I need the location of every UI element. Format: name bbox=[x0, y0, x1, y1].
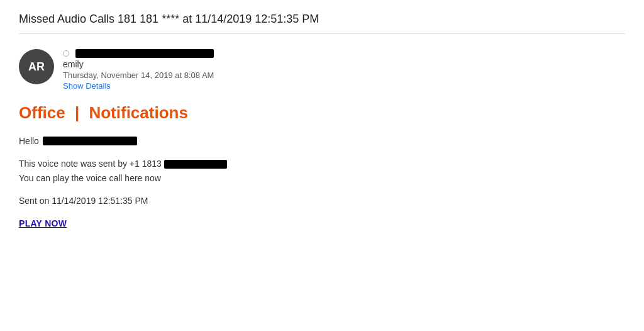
show-details-link[interactable]: Show Details bbox=[63, 81, 214, 91]
email-header: AR emily Thursday, November 14, 2019 at … bbox=[19, 43, 625, 91]
sender-status-dot bbox=[63, 50, 69, 57]
play-call-line: You can play the voice call here now bbox=[19, 171, 625, 185]
voice-note-section: This voice note was sent by +1 1813 You … bbox=[19, 157, 625, 185]
brand-header: Office | Notifications bbox=[19, 103, 625, 123]
avatar: AR bbox=[19, 49, 54, 84]
sender-row bbox=[63, 49, 214, 58]
voice-note-line: This voice note was sent by +1 1813 bbox=[19, 157, 625, 171]
hello-prefix: Hello bbox=[19, 134, 39, 148]
voice-note-prefix: This voice note was sent by +1 1813 bbox=[19, 157, 162, 171]
brand-divider: | bbox=[75, 103, 79, 122]
redacted-phone bbox=[164, 160, 227, 169]
sender-date: Thursday, November 14, 2019 at 8:08 AM bbox=[63, 70, 214, 80]
email-subject: Missed Audio Calls 181 181 **** at 11/14… bbox=[19, 13, 625, 34]
redacted-email-bar bbox=[75, 49, 214, 58]
hello-line: Hello bbox=[19, 134, 625, 148]
redacted-recipient bbox=[43, 137, 137, 145]
brand-notifications: Notifications bbox=[89, 103, 187, 122]
sent-on: Sent on 11/14/2019 12:51:35 PM bbox=[19, 194, 625, 208]
play-now-link[interactable]: PLAY NOW bbox=[19, 218, 67, 228]
email-container: Missed Audio Calls 181 181 **** at 11/14… bbox=[0, 0, 644, 241]
sender-name: emily bbox=[63, 59, 214, 69]
brand-office: Office bbox=[19, 103, 65, 122]
email-body: Office | Notifications Hello This voice … bbox=[19, 103, 625, 228]
sender-info: emily Thursday, November 14, 2019 at 8:0… bbox=[63, 49, 214, 91]
